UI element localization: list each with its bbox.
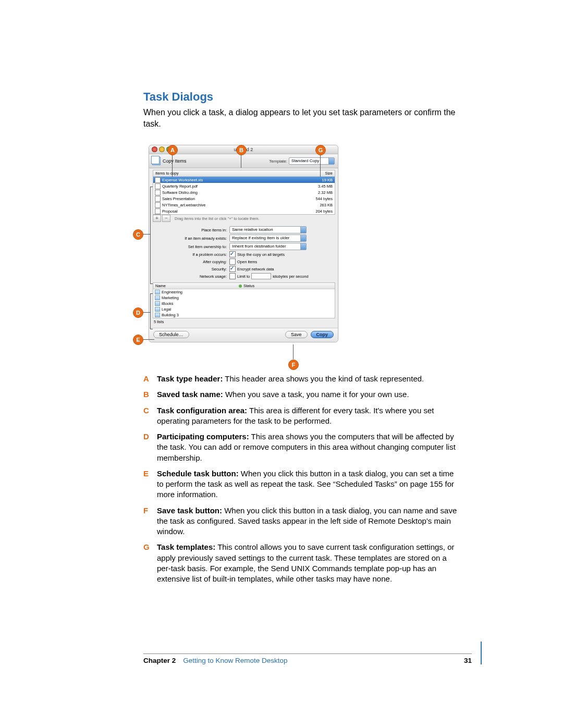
computer-icon <box>155 313 160 317</box>
file-name: Software Distro.dmg <box>162 190 302 195</box>
file-name: Quarterly Report.pdf <box>162 184 302 189</box>
opt-place-select[interactable]: Same relative location <box>229 226 307 233</box>
file-name: Sales Presentation <box>162 196 302 201</box>
footer-page-number: 31 <box>464 657 472 664</box>
definition-letter: A <box>143 374 157 384</box>
definition-term: Task templates: <box>157 542 215 551</box>
file-size: 544 bytes <box>302 196 335 201</box>
computer-name: iBooks <box>162 301 174 306</box>
definition-term: Saved task name: <box>157 390 223 399</box>
definition-term: Participating computers: <box>157 432 249 441</box>
opt-netuse-unit: kilobytes per second <box>273 274 308 279</box>
item-row[interactable]: Quarterly Report.pdf3.45 MB <box>153 183 335 189</box>
callout-D: D <box>133 307 143 318</box>
task-options: Place items in: Same relative location I… <box>153 226 334 279</box>
copy-items-icon <box>152 157 161 165</box>
opt-exists-label: If an item already exists: <box>153 236 229 241</box>
callout-definitions: ATask type header: This header area show… <box>143 374 459 584</box>
definition-row: GTask templates: This control allows you… <box>143 542 459 584</box>
task-dialog-window: untitled 2 Copy Items Template: Standard… <box>149 145 338 342</box>
items-col-name[interactable]: Items to copy <box>153 170 300 176</box>
definition-term: Task type header: <box>157 374 223 383</box>
computers-count: 5 lists <box>153 318 334 325</box>
computer-icon <box>155 307 160 312</box>
schedule-button[interactable]: Schedule… <box>153 331 189 338</box>
item-row[interactable]: NYTimes_art.webarchive263 KB <box>153 202 335 208</box>
opt-netuse-limit-text: Limit to <box>237 274 250 279</box>
computers-col-status[interactable]: Status <box>237 283 335 289</box>
close-icon[interactable] <box>152 146 157 152</box>
callout-C: C <box>133 229 143 240</box>
computer-icon <box>155 301 160 306</box>
computer-row[interactable]: Marketing <box>153 295 335 301</box>
task-dialog-figure: A B G C D E F untitled 2 <box>149 145 347 342</box>
computer-row[interactable]: iBooks <box>153 301 335 306</box>
items-to-copy-table[interactable]: Items to copy Size Expense Worksheet.xls… <box>153 170 335 215</box>
definition-letter: C <box>143 405 157 427</box>
opt-problem-text: Stop the copy on all targets <box>237 252 285 257</box>
file-icon <box>155 208 161 214</box>
definition-row: ATask type header: This header area show… <box>143 374 459 384</box>
item-row[interactable]: Expense Worksheet.xls19 KB <box>153 177 335 183</box>
footer-chapter: Chapter 2 <box>143 657 176 664</box>
file-name: Proposal <box>162 209 302 214</box>
definition-term: Task configuration area: <box>157 406 247 415</box>
task-type-header: Copy Items <box>163 158 187 164</box>
save-button[interactable]: Save <box>285 331 308 338</box>
callout-E: E <box>133 335 143 345</box>
definition-term: Schedule task button: <box>157 469 239 478</box>
computer-row[interactable]: Building 3 <box>153 312 335 318</box>
computer-row[interactable]: Engineering <box>153 289 335 295</box>
definition-row: BSaved task name: When you save a task, … <box>143 389 459 400</box>
task-header-bar: Copy Items Template: Standard Copy <box>149 154 338 168</box>
items-hint: Drag items into the list or click "+" to… <box>175 216 260 221</box>
page-edge-accent <box>481 641 482 664</box>
file-icon <box>155 196 161 202</box>
definition-text: This header area shows you the kind of t… <box>223 374 424 383</box>
file-name: NYTimes_art.webarchive <box>162 203 302 207</box>
file-size: 263 KB <box>302 203 335 207</box>
opt-security-checkbox[interactable] <box>229 266 236 272</box>
item-row[interactable]: Proposal204 bytes <box>153 208 335 214</box>
copy-button[interactable]: Copy <box>311 331 334 338</box>
minimize-icon[interactable] <box>159 146 165 152</box>
definition-letter: B <box>143 389 157 400</box>
template-label: Template: <box>269 159 287 164</box>
file-icon <box>155 183 161 189</box>
computer-name: Marketing <box>162 295 179 300</box>
opt-exists-select[interactable]: Replace if existing item is older <box>229 235 307 242</box>
opt-netuse-checkbox[interactable] <box>229 273 236 279</box>
opt-netuse-label: Network usage: <box>153 274 229 279</box>
definition-body: Save task button: When you click this bu… <box>157 505 459 537</box>
participating-computers-table[interactable]: Name Status EngineeringMarketingiBooksLe… <box>153 282 335 318</box>
computer-icon <box>155 290 160 294</box>
item-row[interactable]: Sales Presentation544 bytes <box>153 195 335 202</box>
opt-security-text: Encrypt network data <box>237 267 274 272</box>
computer-row[interactable]: Legal <box>153 306 335 312</box>
item-row[interactable]: Software Distro.dmg2.32 MB <box>153 189 335 195</box>
footer-title: Getting to Know Remote Desktop <box>183 657 464 664</box>
definition-letter: G <box>143 542 157 584</box>
definition-row: CTask configuration area: This area is d… <box>143 405 459 427</box>
items-col-size[interactable]: Size <box>300 170 335 176</box>
opt-owner-label: Set item ownership to: <box>153 244 229 249</box>
computer-name: Building 3 <box>162 313 179 317</box>
opt-owner-select[interactable]: Inherit from destination folder <box>229 243 307 250</box>
section-heading: Task Dialogs <box>143 90 459 104</box>
definition-term: Save task button: <box>157 506 222 515</box>
computer-name: Engineering <box>162 290 182 294</box>
opt-after-checkbox[interactable] <box>229 258 236 265</box>
template-select[interactable]: Standard Copy <box>289 157 335 165</box>
file-icon <box>155 202 161 208</box>
definition-body: Task configuration area: This area is di… <box>157 405 459 427</box>
opt-problem-checkbox[interactable] <box>229 251 236 257</box>
file-size: 204 bytes <box>302 209 335 214</box>
remove-item-button[interactable]: − <box>162 215 170 222</box>
opt-after-label: After copying: <box>153 260 229 264</box>
computers-col-name[interactable]: Name <box>153 283 237 289</box>
opt-netuse-field[interactable] <box>251 273 271 279</box>
definition-letter: F <box>143 505 157 537</box>
add-item-button[interactable]: + <box>153 215 161 222</box>
file-name: Expense Worksheet.xls <box>162 178 302 182</box>
file-size: 3.45 MB <box>302 184 335 189</box>
